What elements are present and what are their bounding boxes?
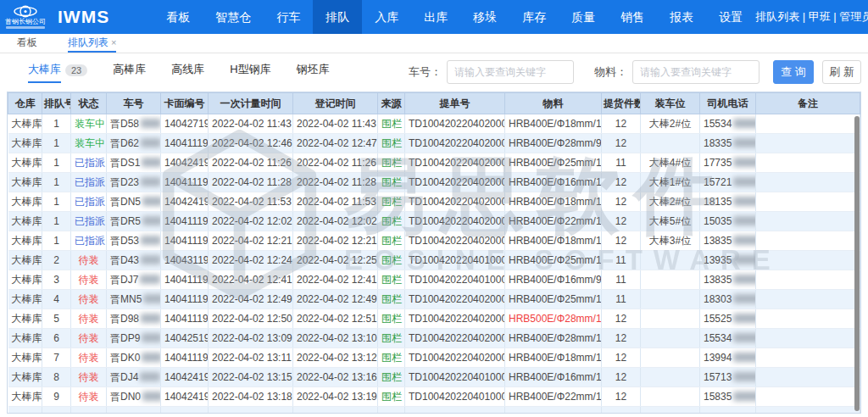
cell-plate: 晋D98 (107, 309, 161, 329)
tab-kanban[interactable]: 看板 (17, 34, 37, 53)
cell-register-time: 2022-04-02 12:25 (293, 251, 378, 270)
table-row[interactable]: 大棒库1已指派晋D23140411192022-04-02 11:282022-… (8, 173, 860, 192)
nav-item-4[interactable]: 入库 (362, 0, 411, 34)
table-row[interactable]: 大棒库8待装晋DJ4140424192022-04-02 13:152022-0… (8, 368, 860, 387)
cell-phone: 15721 (700, 173, 756, 192)
cell-status: 已指派 (71, 192, 107, 212)
nav-item-2[interactable]: 行车 (264, 0, 313, 34)
nav-item-0[interactable]: 看板 (153, 0, 203, 34)
redacted-blur (733, 138, 755, 147)
user-menu-text: 排队列表 | 甲班 | 管理员 (755, 9, 868, 25)
cell-plate: 晋DJ4 (107, 368, 161, 387)
cell-weigh-time: 2022-04-02 12:50 (209, 309, 293, 329)
cell-qty: 12 (602, 368, 641, 387)
table-row[interactable]: 大棒库9待装晋DN0140424192022-04-02 13:182022-0… (8, 387, 860, 407)
queue-table-body: 大棒库1装车中晋D58140427192022-04-02 11:432022-… (8, 114, 860, 414)
material-text: HRB400E/Φ18mm/12m (509, 118, 602, 130)
table-row[interactable]: 大棒库2待装晋D43140431192022-04-02 12:242022-0… (8, 251, 860, 270)
cell-bill-no: TD10042022040200005319 (405, 114, 505, 134)
table-row[interactable]: 大棒库1装车中晋D58140427192022-04-02 11:432022-… (8, 114, 860, 134)
column-header: 来源 (378, 93, 405, 114)
redacted-blur (733, 392, 755, 401)
source-tag: 围栏 (381, 137, 402, 149)
search-area: 车号： 物料： 查 询 刷 新 (409, 60, 861, 84)
nav-item-1[interactable]: 智慧仓 (203, 0, 264, 34)
warehouse-tab-4[interactable]: 钢坯库 (297, 62, 330, 83)
table-row[interactable]: 大棒库5待装晋D98140411192022-04-02 12:502022-0… (8, 309, 860, 329)
nav-item-7[interactable]: 库存 (509, 0, 559, 34)
redacted-blur (733, 275, 755, 284)
material-text: HRB400E/Φ25mm/12m (509, 157, 602, 169)
table-row[interactable]: 大棒库1已指派晋DN5140424192022-04-02 11:532022-… (8, 192, 860, 212)
warehouse-tab-label: 大棒库 (28, 62, 61, 83)
phone-prefix: 13835 (704, 274, 732, 286)
phone-prefix: 15534 (704, 118, 732, 130)
cell-note (756, 173, 860, 192)
vehicle-search-input[interactable] (447, 60, 574, 84)
cell-queue-no: 1 (42, 192, 71, 212)
cell-bill-no: TD10042022040200005319 (405, 212, 505, 231)
redacted-blur (733, 216, 755, 225)
refresh-button[interactable]: 刷 新 (822, 60, 861, 84)
cell-material: HRB400E/Φ25mm/12m (505, 153, 602, 173)
cell-empty (602, 407, 641, 414)
cell-plate: 晋DP9 (107, 329, 161, 348)
cell-queue-no: 3 (42, 270, 71, 290)
warehouse-tab-2[interactable]: 高线库 (171, 62, 204, 83)
nav-item-8[interactable]: 质量 (559, 0, 608, 34)
warehouse-tab-0[interactable]: 大棒库23 (28, 62, 87, 83)
user-menu[interactable]: 排队列表 | 甲班 | 管理员 ▾ (755, 9, 868, 25)
cell-warehouse: 大棒库 (8, 290, 42, 309)
vertical-scrollbar[interactable] (854, 116, 860, 411)
source-tag: 围栏 (381, 391, 402, 403)
cell-empty (71, 407, 107, 414)
table-row[interactable]: 大棒库3待装晋DJ7140411192022-04-02 12:412022-0… (8, 270, 860, 290)
cell-source: 围栏 (378, 329, 405, 348)
cell-card-no: 14042419 (161, 368, 209, 387)
cell-note (756, 290, 860, 309)
table-row[interactable]: 大棒库4待装晋MN5140411192022-04-02 12:492022-0… (8, 290, 860, 309)
material-text: HRB400E/Φ28mm/9m (509, 137, 602, 149)
source-tag: 围栏 (381, 176, 402, 188)
table-row[interactable]: 大棒库1已指派晋DR5140411192022-04-02 12:022022-… (8, 212, 860, 231)
nav-item-5[interactable]: 出库 (411, 0, 460, 34)
app-title: IWMS (58, 7, 109, 27)
warehouse-tab-label: H型钢库 (230, 62, 270, 83)
cell-material: HRB400E/Φ22mm/12m (505, 212, 602, 231)
nav-item-6[interactable]: 移垛 (460, 0, 509, 34)
column-header: 备注 (756, 93, 860, 114)
table-row[interactable]: 大棒库1装车中晋D62140411192022-04-02 12:462022-… (8, 134, 860, 153)
warehouse-tab-3[interactable]: H型钢库 (230, 62, 270, 83)
redacted-blur (733, 158, 755, 167)
nav-item-3[interactable]: 排队 (313, 0, 362, 34)
cell-plate: 晋DK0 (107, 348, 161, 368)
cell-queue-no: 1 (42, 173, 71, 192)
material-search-input[interactable] (632, 60, 760, 84)
warehouse-tab-1[interactable]: 高棒库 (113, 62, 146, 83)
close-icon[interactable]: × (111, 37, 116, 47)
cell-source: 围栏 (378, 348, 405, 368)
material-text: HRB400E/Φ18mm/12m (509, 235, 602, 247)
table-row[interactable]: 大棒库7待装晋DK0140411192022-04-02 13:112022-0… (8, 348, 860, 368)
material-text: HRB400E/Φ25mm/12m (509, 293, 602, 305)
cell-status: 待装 (71, 270, 107, 290)
table-row[interactable]: 大棒库6待装晋DP9140425192022-04-02 13:092022-0… (8, 329, 860, 348)
nav-item-11[interactable]: 设置 (706, 0, 755, 34)
cell-card-no: 14042419 (161, 153, 209, 173)
cell-material: HRB400E/Φ22mm/12m (505, 387, 602, 407)
search-button[interactable]: 查 询 (773, 60, 814, 84)
cell-bill-no: TD10042022040200005319 (405, 134, 505, 153)
cell-qty: 12 (602, 192, 641, 212)
cell-status: 待装 (71, 309, 107, 329)
nav-item-9[interactable]: 销售 (608, 0, 657, 34)
cell-queue-no: 4 (42, 290, 71, 309)
tab-queue-list[interactable]: 排队列表 × (68, 34, 116, 53)
table-row[interactable]: 大棒库1已指派晋D53140411192022-04-02 12:212022-… (8, 231, 860, 251)
cell-material: HRB400E/Φ25mm/12m (505, 290, 602, 309)
cell-dock: 大棒5#位 (641, 212, 700, 231)
table-row[interactable]: 大棒库1已指派晋DS1140424192022-04-02 11:262022-… (8, 153, 860, 173)
cell-register-time: 2022-04-02 11:26 (293, 153, 378, 173)
nav-item-10[interactable]: 报表 (657, 0, 706, 34)
redacted-blur (733, 314, 755, 323)
cell-phone: 13994 (700, 348, 756, 368)
